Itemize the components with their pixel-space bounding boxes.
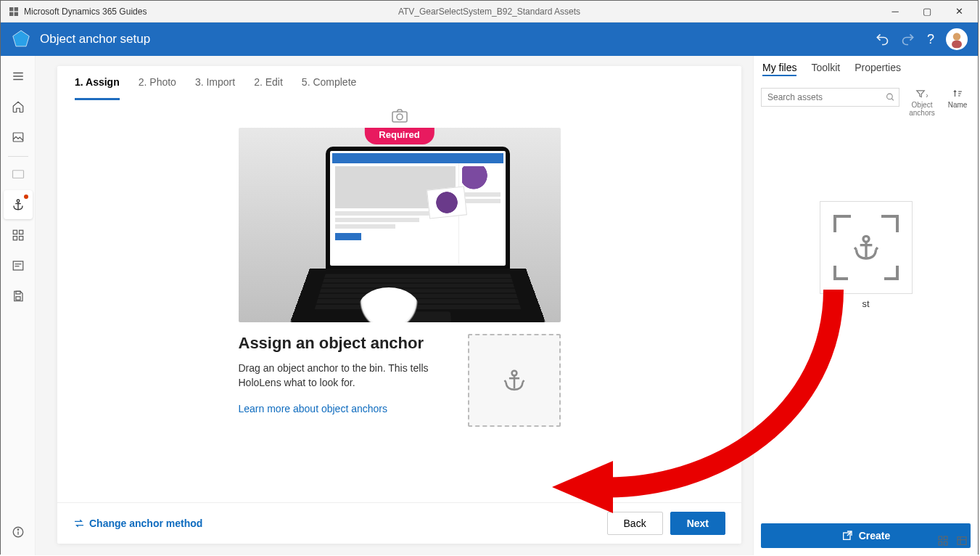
svg-point-39 bbox=[863, 236, 869, 242]
next-button[interactable]: Next bbox=[670, 512, 725, 535]
step-photo[interactable]: 2. Photo bbox=[139, 76, 176, 100]
section-description: Drag an object anchor to the bin. This t… bbox=[239, 361, 435, 390]
sort-icon bbox=[952, 89, 963, 98]
step-import[interactable]: 3. Import bbox=[195, 76, 235, 100]
svg-rect-44 bbox=[944, 536, 947, 540]
wizard-footer: Change anchor method Back Next bbox=[57, 502, 741, 544]
asset-thumbnail bbox=[820, 201, 913, 294]
close-button[interactable]: ✕ bbox=[943, 1, 975, 23]
search-input[interactable] bbox=[761, 88, 899, 107]
nav-anchor[interactable] bbox=[4, 190, 33, 219]
svg-rect-45 bbox=[939, 541, 942, 545]
svg-rect-11 bbox=[12, 171, 23, 179]
brand-icon bbox=[11, 29, 31, 49]
svg-rect-17 bbox=[13, 237, 17, 240]
swap-icon bbox=[73, 518, 85, 529]
wizard-card: 1. Assign 2. Photo 3. Import 2. Edit 5. … bbox=[57, 66, 741, 544]
svg-rect-3 bbox=[15, 12, 18, 15]
asset-tile[interactable]: st bbox=[820, 201, 913, 309]
svg-rect-1 bbox=[15, 7, 18, 11]
nav-save[interactable] bbox=[4, 282, 33, 311]
svg-rect-23 bbox=[16, 297, 20, 301]
nav-apps[interactable] bbox=[4, 221, 33, 250]
svg-marker-4 bbox=[13, 30, 29, 46]
svg-rect-43 bbox=[939, 536, 942, 540]
help-button[interactable]: ? bbox=[927, 32, 934, 47]
svg-rect-22 bbox=[16, 291, 20, 294]
svg-point-28 bbox=[397, 114, 403, 120]
tab-toolkit[interactable]: Toolkit bbox=[811, 62, 840, 76]
anchor-dropzone[interactable] bbox=[468, 334, 561, 427]
svg-rect-10 bbox=[13, 133, 23, 142]
notification-dot bbox=[24, 195, 28, 199]
svg-point-12 bbox=[17, 200, 20, 203]
anchor-icon bbox=[502, 368, 527, 393]
svg-rect-15 bbox=[13, 230, 17, 234]
svg-rect-27 bbox=[392, 112, 407, 122]
user-avatar[interactable] bbox=[946, 28, 968, 50]
undo-button[interactable] bbox=[875, 32, 889, 46]
change-anchor-method-link[interactable]: Change anchor method bbox=[73, 518, 202, 529]
hero-image: Required bbox=[239, 128, 561, 322]
filter-button[interactable]: › Object anchors bbox=[907, 88, 937, 117]
wizard-steps: 1. Assign 2. Photo 3. Import 2. Edit 5. … bbox=[57, 66, 741, 100]
svg-point-33 bbox=[887, 94, 893, 99]
required-badge: Required bbox=[364, 128, 434, 144]
laptop-illustration bbox=[310, 147, 526, 322]
svg-rect-0 bbox=[9, 7, 13, 11]
anchor-icon bbox=[852, 233, 881, 262]
asset-name: st bbox=[820, 298, 913, 309]
maximize-button[interactable]: ▢ bbox=[911, 1, 943, 23]
right-panel: My files Toolkit Properties › Object anc… bbox=[753, 56, 978, 555]
svg-rect-18 bbox=[19, 237, 22, 240]
svg-rect-2 bbox=[9, 12, 13, 15]
step-complete[interactable]: 5. Complete bbox=[302, 76, 356, 100]
sort-label: Name bbox=[944, 101, 971, 109]
filter-label: Object anchors bbox=[907, 101, 937, 117]
top-bar: Object anchor setup ? bbox=[1, 23, 978, 56]
svg-line-34 bbox=[892, 99, 894, 101]
nav-form[interactable] bbox=[4, 251, 33, 280]
change-anchor-method-label: Change anchor method bbox=[89, 518, 202, 529]
tab-properties[interactable]: Properties bbox=[855, 62, 901, 76]
step-edit[interactable]: 2. Edit bbox=[254, 76, 283, 100]
svg-rect-6 bbox=[952, 41, 962, 48]
nav-info[interactable] bbox=[4, 518, 33, 547]
back-button[interactable]: Back bbox=[607, 512, 663, 535]
left-nav bbox=[1, 56, 36, 555]
app-icon bbox=[8, 6, 20, 17]
page-title: Object anchor setup bbox=[40, 32, 150, 46]
redo-button[interactable] bbox=[901, 32, 915, 46]
nav-card[interactable] bbox=[4, 160, 33, 189]
search-icon bbox=[886, 93, 895, 102]
nav-menu-button[interactable] bbox=[4, 62, 33, 91]
create-label: Create bbox=[859, 530, 891, 541]
svg-rect-16 bbox=[19, 230, 22, 234]
learn-more-link[interactable]: Learn more about object anchors bbox=[239, 403, 458, 414]
camera-icon bbox=[391, 109, 408, 123]
nav-home[interactable] bbox=[4, 92, 33, 121]
sort-button[interactable]: Name bbox=[944, 88, 971, 109]
nav-image[interactable] bbox=[4, 123, 33, 152]
document-title: ATV_GearSelectSystem_B92_Standard Assets bbox=[398, 7, 580, 17]
open-icon bbox=[841, 530, 853, 541]
app-title: Microsoft Dynamics 365 Guides bbox=[24, 7, 147, 17]
svg-point-29 bbox=[511, 371, 516, 376]
filter-icon bbox=[915, 89, 926, 98]
svg-rect-19 bbox=[13, 261, 23, 270]
step-assign[interactable]: 1. Assign bbox=[75, 76, 120, 100]
title-bar: Microsoft Dynamics 365 Guides ATV_GearSe… bbox=[1, 1, 978, 23]
grid-view-icon[interactable] bbox=[937, 535, 949, 547]
svg-point-5 bbox=[953, 33, 960, 40]
tab-my-files[interactable]: My files bbox=[762, 62, 796, 76]
section-title: Assign an object anchor bbox=[239, 334, 458, 353]
list-view-icon[interactable] bbox=[956, 535, 968, 547]
svg-point-26 bbox=[17, 529, 18, 530]
svg-rect-47 bbox=[958, 537, 966, 545]
svg-rect-46 bbox=[944, 541, 947, 545]
minimize-button[interactable]: ─ bbox=[879, 1, 911, 23]
